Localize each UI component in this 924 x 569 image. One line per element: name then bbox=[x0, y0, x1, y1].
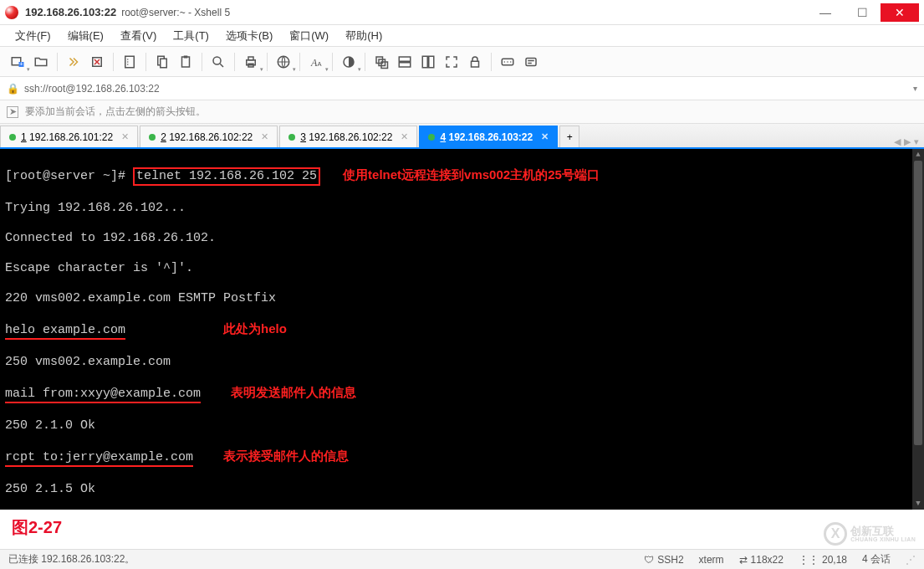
menu-tools[interactable]: 工具(T) bbox=[166, 26, 216, 46]
status-protocol: 🛡SSH2 bbox=[644, 554, 683, 566]
svg-rect-9 bbox=[161, 59, 167, 68]
add-session-icon[interactable]: ➤ bbox=[7, 106, 18, 118]
svg-rect-32 bbox=[526, 58, 536, 65]
paste-icon[interactable] bbox=[175, 51, 197, 73]
svg-rect-11 bbox=[184, 55, 188, 58]
tile-v-icon[interactable] bbox=[417, 51, 439, 73]
tab-close-icon[interactable]: ✕ bbox=[401, 131, 408, 142]
watermark-icon: X bbox=[824, 522, 847, 546]
tab-list-icon[interactable]: ▾ bbox=[914, 136, 919, 147]
disconnect-icon[interactable] bbox=[86, 51, 108, 73]
figure-label: 图2-27 bbox=[12, 516, 62, 539]
lock-small-icon: 🔒 bbox=[7, 83, 19, 95]
watermark: X 创新互联 CHUANG XINHU LIAN bbox=[824, 522, 916, 546]
fullscreen-icon[interactable] bbox=[441, 51, 462, 73]
status-bar: 已连接 192.168.26.103:22。 🛡SSH2 xterm ⇄ 118… bbox=[0, 549, 924, 569]
status-dot-icon bbox=[149, 134, 156, 141]
shield-icon: 🛡 bbox=[644, 554, 654, 566]
tab-next-icon[interactable]: ▶ bbox=[904, 136, 911, 147]
session-tab-1[interactable]: 1 192.168.26.101:22 ✕ bbox=[0, 126, 138, 147]
address-url[interactable]: ssh://root@192.168.26.103:22 bbox=[24, 83, 160, 95]
status-dot-icon bbox=[428, 134, 435, 141]
minimize-button[interactable]: — bbox=[807, 3, 844, 22]
app-icon bbox=[5, 6, 18, 19]
keymap-icon[interactable] bbox=[497, 51, 518, 73]
hint-text: 要添加当前会话，点击左侧的箭头按钮。 bbox=[25, 105, 206, 119]
menu-window[interactable]: 窗口(W) bbox=[283, 26, 335, 46]
menu-edit[interactable]: 编辑(E) bbox=[61, 26, 110, 46]
tab-close-icon[interactable]: ✕ bbox=[541, 131, 549, 142]
annotation: 表示接受邮件人的信息 bbox=[223, 449, 349, 463]
menu-file[interactable]: 文件(F) bbox=[8, 26, 58, 46]
status-connection: 已连接 192.168.26.103:22。 bbox=[8, 552, 629, 566]
status-termtype: xterm bbox=[699, 554, 724, 566]
scrollbar-thumb[interactable] bbox=[914, 161, 922, 445]
svg-point-29 bbox=[504, 61, 506, 63]
window-title-sub: root@server:~ - Xshell 5 bbox=[121, 7, 230, 18]
svg-rect-14 bbox=[248, 57, 253, 60]
color-icon[interactable]: ▾ bbox=[338, 51, 360, 73]
maximize-button[interactable]: ☐ bbox=[844, 3, 881, 22]
status-grip-icon[interactable]: ⋰ bbox=[906, 554, 916, 566]
lock-icon[interactable] bbox=[464, 51, 486, 73]
svg-point-31 bbox=[510, 61, 512, 63]
session-tab-2[interactable]: 2 192.168.26.102:22 ✕ bbox=[140, 126, 278, 147]
properties-icon[interactable] bbox=[119, 51, 140, 73]
session-tab-3[interactable]: 3 192.168.26.102:22 ✕ bbox=[279, 126, 417, 147]
title-bar: 192.168.26.103:22 root@server:~ - Xshell… bbox=[0, 0, 924, 25]
cascade-icon[interactable] bbox=[370, 51, 392, 73]
svg-rect-24 bbox=[399, 62, 411, 66]
reconnect-icon[interactable] bbox=[63, 51, 84, 73]
svg-rect-25 bbox=[422, 56, 427, 68]
compose-icon[interactable] bbox=[520, 51, 542, 73]
scrollbar[interactable]: ▲ ▼ bbox=[912, 149, 924, 510]
address-bar: 🔒 ssh://root@192.168.26.103:22 ▾ bbox=[0, 77, 924, 100]
annotation: 使用telnet远程连接到vms002主机的25号端口 bbox=[343, 167, 600, 182]
open-icon[interactable] bbox=[30, 51, 52, 73]
find-icon[interactable] bbox=[207, 51, 229, 73]
tab-prev-icon[interactable]: ◀ bbox=[894, 136, 901, 147]
svg-text:A: A bbox=[318, 59, 322, 67]
svg-point-30 bbox=[507, 61, 508, 63]
status-cursor: ⋮⋮ 20,18 bbox=[799, 554, 847, 566]
terminal-pane[interactable]: [root@server ~]# telnet 192.168.26.102 2… bbox=[0, 149, 924, 510]
scroll-up-icon[interactable]: ▲ bbox=[912, 149, 924, 161]
address-dropdown-icon[interactable]: ▾ bbox=[913, 84, 917, 93]
toolbar: +▾ ▾ ▾ AA▾ ▾ bbox=[0, 47, 924, 77]
session-tabstrip: 1 192.168.26.101:22 ✕ 2 192.168.26.102:2… bbox=[0, 124, 924, 149]
status-sessions: 4 会话 bbox=[862, 552, 891, 566]
svg-text:A: A bbox=[310, 56, 318, 68]
annotation: 表明发送邮件人的信息 bbox=[231, 385, 356, 399]
svg-rect-23 bbox=[399, 57, 411, 61]
svg-rect-10 bbox=[182, 57, 190, 67]
new-tab-button[interactable]: + bbox=[559, 126, 579, 147]
svg-point-7 bbox=[127, 64, 129, 65]
scroll-down-icon[interactable]: ▼ bbox=[912, 498, 924, 510]
print-icon[interactable]: ▾ bbox=[240, 51, 262, 73]
hint-bar: ➤ 要添加当前会话，点击左侧的箭头按钮。 bbox=[0, 100, 924, 124]
copy-icon[interactable] bbox=[151, 51, 173, 73]
status-size: ⇄ 118x22 bbox=[739, 554, 784, 566]
svg-rect-27 bbox=[472, 61, 479, 67]
tab-close-icon[interactable]: ✕ bbox=[261, 131, 268, 142]
font-icon[interactable]: AA▾ bbox=[305, 51, 327, 73]
xftp-icon[interactable]: ▾ bbox=[273, 51, 294, 73]
close-button[interactable]: ✕ bbox=[881, 3, 919, 22]
menu-tabs[interactable]: 选项卡(B) bbox=[219, 26, 279, 46]
new-session-icon[interactable]: +▾ bbox=[7, 51, 28, 73]
annotation: 此处为helo bbox=[223, 321, 287, 336]
svg-rect-4 bbox=[125, 56, 135, 68]
tab-nav: ◀ ▶ ▾ bbox=[894, 136, 924, 147]
menu-bar: 文件(F) 编辑(E) 查看(V) 工具(T) 选项卡(B) 窗口(W) 帮助(… bbox=[0, 25, 924, 47]
tile-h-icon[interactable] bbox=[394, 51, 416, 73]
window-title-ip: 192.168.26.103:22 bbox=[25, 6, 116, 18]
session-tab-4[interactable]: 4 192.168.26.103:22 ✕ bbox=[419, 126, 558, 147]
svg-text:+: + bbox=[19, 60, 23, 68]
status-dot-icon bbox=[9, 134, 16, 141]
menu-help[interactable]: 帮助(H) bbox=[339, 26, 389, 46]
svg-point-12 bbox=[213, 57, 221, 64]
status-dot-icon bbox=[288, 134, 295, 141]
menu-view[interactable]: 查看(V) bbox=[114, 26, 163, 46]
svg-point-5 bbox=[127, 59, 129, 60]
tab-close-icon[interactable]: ✕ bbox=[121, 131, 129, 142]
